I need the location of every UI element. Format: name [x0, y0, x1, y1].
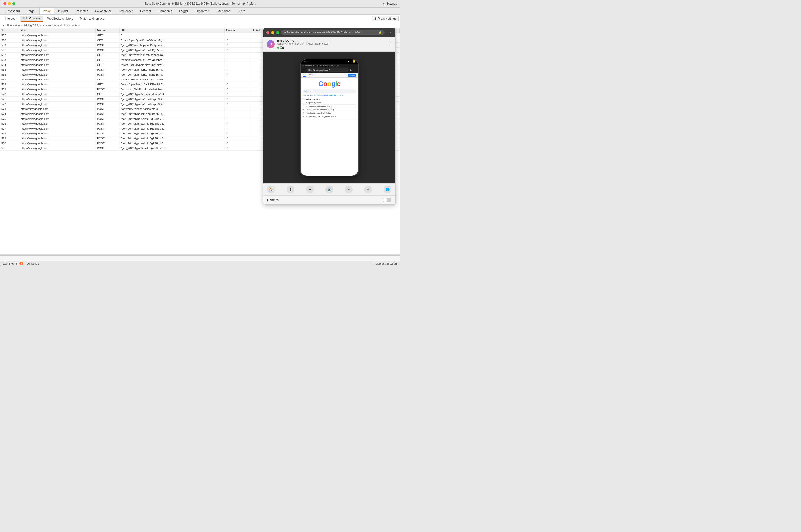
cell-host: https://www.google.com — [19, 141, 95, 146]
event-log-label[interactable]: Event log (1) ● — [3, 262, 23, 265]
tab-organizer[interactable]: Organizer — [192, 8, 212, 14]
subtab-http-history[interactable]: HTTP history — [20, 16, 43, 22]
phone-tab-all[interactable]: ALL — [303, 74, 306, 77]
tab-decoder[interactable]: Decoder — [137, 8, 155, 14]
volume-down-button[interactable]: − — [306, 186, 314, 193]
phone-signal-icons: ▲ ▲ 📶 — [348, 60, 355, 62]
maximize-button[interactable] — [12, 2, 15, 5]
cell-num: 567 — [0, 77, 19, 82]
tab-intruder[interactable]: Intruder — [55, 8, 72, 14]
cell-params: ✓ — [225, 38, 251, 43]
phone-nav-bar: ☰ https://www.google.com/ ▶ ⋮ — [301, 67, 358, 73]
cell-url: /gen_204?atyp=i&ei=duBgZ5HdM5... — [119, 141, 224, 146]
proxy-settings-button[interactable]: ⚙ Proxy settings — [372, 16, 399, 21]
phone-search-box[interactable]: 🔍 Search... — [303, 89, 356, 94]
cell-num: 578 — [0, 131, 19, 136]
cell-params: ✓ — [225, 146, 251, 151]
cell-url: /gen_204?atyp=csi&ei=duBgZ5Hd... — [119, 48, 224, 53]
device-info-bar: B Burp Demo Generic Android | 14.0.0 · r… — [263, 37, 395, 52]
cell-host: https://www.google.com — [19, 33, 95, 38]
col-header-host[interactable]: Host — [19, 28, 95, 33]
volume-up-button[interactable]: + — [345, 186, 352, 193]
device-url-bar[interactable]: jedi.enterprise.corellium.com/devices/d0… — [281, 31, 384, 35]
cell-host: https://www.google.com — [19, 146, 95, 151]
phone-more-icon[interactable]: ⋮ — [354, 69, 356, 71]
device-more-btn[interactable]: ⋮ — [388, 42, 392, 46]
tab-target[interactable]: Target — [24, 8, 39, 14]
all-issues-label[interactable]: All issues — [27, 262, 39, 265]
tab-dashboard[interactable]: Dashboard — [2, 8, 23, 14]
sub-tabs: Intercept HTTP history WebSockets histor… — [0, 15, 400, 23]
phone-menu-icon[interactable]: ☰ — [303, 69, 305, 71]
col-header-num[interactable]: # — [0, 28, 19, 33]
cell-url: /client_204?atyp=i&biw=412&bih=6... — [119, 62, 224, 67]
phone-tab-images[interactable]: IMAGES — [308, 74, 314, 77]
title-bar: Burp Suite Community Edition v2024.11.1-… — [0, 0, 400, 7]
tab-learn[interactable]: Learn — [234, 8, 249, 14]
cell-params: ✓ — [225, 131, 251, 136]
device-titlebar: jedi.enterprise.corellium.com/devices/d0… — [263, 28, 395, 37]
cell-params: ✓ — [225, 57, 251, 62]
google-apps-icon[interactable]: ⠿ — [344, 74, 345, 77]
minimize-button[interactable] — [8, 2, 11, 5]
upload-button[interactable]: ⬆ — [287, 186, 294, 193]
cell-method: POST — [95, 67, 119, 72]
nav-tabs: Dashboard Target Proxy Intruder Repeater… — [0, 7, 400, 15]
phone-url-field[interactable]: https://www.google.com/ — [306, 68, 349, 72]
cell-url: /gen_204?s=async&astyp=hpba&a... — [119, 53, 224, 57]
cell-url: /log?format=json&hasfast=true — [119, 107, 224, 111]
settings-button[interactable]: ⚙ Settings — [383, 2, 397, 5]
device-menu-btn[interactable]: ⋮ — [388, 30, 393, 35]
device-close-btn[interactable] — [266, 31, 269, 34]
device-minimize-btn[interactable] — [271, 31, 274, 34]
cell-params: ✓ — [225, 62, 251, 67]
camera-label: Camera — [267, 198, 279, 202]
response-panel-divider[interactable] — [400, 28, 400, 254]
camera-toggle[interactable] — [383, 197, 392, 203]
tab-comparer[interactable]: Comparer — [155, 8, 175, 14]
tab-repeater[interactable]: Repeater — [72, 8, 91, 14]
phone-frame: 2:22 ▲ ▲ 📶 WebView Browser Tester 113.0.… — [300, 59, 359, 176]
col-header-url[interactable]: URL — [119, 28, 224, 33]
device-maximize-btn[interactable] — [276, 31, 279, 34]
trend-arrow-icon-3: ↗ — [303, 109, 304, 111]
tab-sequencer[interactable]: Sequencer — [115, 8, 136, 14]
trending-item-5[interactable]: ↗ monsters we make manga coryxkenshin — [303, 115, 356, 118]
trend-arrow-icon-1: ↗ — [303, 101, 304, 104]
volume-icon[interactable]: 🔊 — [325, 186, 333, 193]
col-header-method[interactable]: Method — [95, 28, 119, 33]
tab-extensions[interactable]: Extensions — [212, 8, 234, 14]
phone-forward-icon[interactable]: ▶ — [350, 69, 352, 71]
sign-in-btn[interactable]: Sign in — [348, 74, 356, 77]
home-button[interactable]: 🏠 — [267, 186, 275, 193]
trending-title: Trending searches — [303, 98, 356, 100]
settings-device-button[interactable]: 🌐 — [384, 186, 392, 193]
device-bottom-controls: 🏠 ⬆ − 🔊 + ← 🌐 — [263, 183, 395, 195]
cell-host: https://www.google.com — [19, 43, 95, 48]
cell-host: https://www.google.com — [19, 72, 95, 77]
back-button[interactable]: ← — [364, 186, 372, 193]
subtab-websockets[interactable]: WebSockets history — [44, 16, 76, 21]
cell-host: https://www.google.com — [19, 101, 95, 107]
device-app-name: Burp Demo — [277, 39, 328, 42]
cell-num: 577 — [0, 126, 19, 131]
subtab-match-replace[interactable]: Match and replace — [77, 16, 107, 21]
filter-bar[interactable]: ▼ Filter settings: Hiding CSS, image and… — [0, 23, 400, 28]
close-button[interactable] — [3, 2, 6, 5]
trending-item-2[interactable]: ↗ nyt connections hints december 16 — [303, 104, 356, 108]
trending-item-4[interactable]: ↗ t mobile starlink satellite beta test — [303, 111, 356, 115]
cell-num: 564 — [0, 62, 19, 67]
col-header-params[interactable]: Params — [225, 28, 251, 33]
tab-collaborator[interactable]: Collaborator — [92, 8, 115, 14]
trending-item-1[interactable]: ↗ final jeopardy today — [303, 101, 356, 104]
cell-num: 558 — [0, 38, 19, 43]
ai-banner[interactable]: Turn notes into AI audio summaries with … — [303, 94, 356, 96]
trending-item-3[interactable]: ↗ banned restricted announcement mtg — [303, 108, 356, 111]
tab-proxy[interactable]: Proxy — [39, 7, 54, 15]
subtab-intercept[interactable]: Intercept — [2, 16, 19, 21]
tab-logger[interactable]: Logger — [176, 8, 192, 14]
cell-method: POST — [95, 43, 119, 48]
info-icon: ℹ — [374, 262, 375, 265]
cell-method: POST — [95, 101, 119, 107]
cell-url: /wizrpcui/_/WizRpcUl/data/batchex... — [119, 87, 224, 92]
